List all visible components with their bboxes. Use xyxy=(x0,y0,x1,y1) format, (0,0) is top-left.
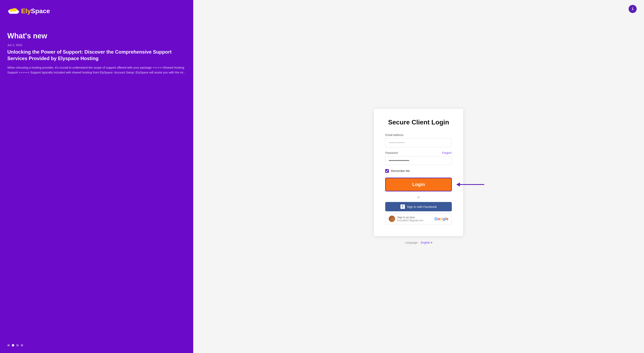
language-dropdown-icon[interactable]: ▾ xyxy=(431,241,432,244)
language-label: Language: xyxy=(405,241,418,244)
password-label-row: Password Forgot? xyxy=(385,151,452,154)
carousel-dot-2[interactable] xyxy=(12,344,14,346)
facebook-button-label: Sign in with Facebook xyxy=(407,205,437,208)
avatar xyxy=(389,216,395,222)
article-title: Unlocking the Power of Support: Discover… xyxy=(7,49,186,62)
right-panel: 1 Secure Client Login Email Address Pass… xyxy=(193,0,644,353)
whats-new-section: What's new Jun 2, 2023 Unlocking the Pow… xyxy=(7,32,186,338)
article-date: Jun 2, 2023 xyxy=(7,44,186,47)
google-btn-text: Sign in as lone lmusaib527@gmail.com xyxy=(397,216,423,222)
carousel-dot-1[interactable] xyxy=(7,344,10,346)
left-panel: ElySpace What's new Jun 2, 2023 Unlockin… xyxy=(0,0,193,353)
notification-badge[interactable]: 1 xyxy=(628,5,637,13)
whats-new-title: What's new xyxy=(7,32,186,40)
carousel-dots xyxy=(7,344,186,346)
svg-rect-6 xyxy=(10,10,16,11)
google-signin-button[interactable]: Sign in as lone lmusaib527@gmail.com Goo… xyxy=(385,213,452,224)
carousel-dot-3[interactable] xyxy=(16,344,19,346)
email-label: Email Address xyxy=(385,133,452,136)
facebook-icon: f xyxy=(400,204,405,209)
forgot-link[interactable]: Forgot? xyxy=(442,151,452,154)
remember-label: Remember Me xyxy=(391,169,410,172)
email-field-group: Email Address xyxy=(385,133,452,147)
password-label: Password xyxy=(385,151,398,154)
password-field-group: Password Forgot? xyxy=(385,151,452,165)
password-input[interactable] xyxy=(385,156,452,165)
logo-text: ElySpace xyxy=(21,7,50,15)
article-excerpt: When choosing a hosting provider, it's c… xyxy=(7,65,186,75)
language-selector[interactable]: English xyxy=(421,241,430,244)
google-btn-inner: Sign in as lone lmusaib527@gmail.com xyxy=(389,216,423,222)
logo-area: ElySpace xyxy=(7,6,186,16)
login-button[interactable]: Login xyxy=(385,178,452,192)
login-button-wrapper: Login xyxy=(385,178,452,192)
remember-row: Remember Me xyxy=(385,169,452,173)
google-sign-in-email: lmusaib527@gmail.com xyxy=(397,219,423,222)
login-card: Secure Client Login Email Address Passwo… xyxy=(374,109,463,236)
carousel-dot-4[interactable] xyxy=(21,344,23,346)
login-title: Secure Client Login xyxy=(385,118,452,126)
arrow-line xyxy=(460,184,484,185)
email-input[interactable] xyxy=(385,138,452,147)
or-divider: or xyxy=(385,196,452,199)
google-sign-in-label: Sign in as lone xyxy=(397,216,414,219)
google-logo-icon: Google xyxy=(434,216,448,221)
svg-rect-3 xyxy=(9,12,18,14)
facebook-signin-button[interactable]: f Sign in with Facebook xyxy=(385,202,452,211)
language-bar: Language: English ▾ xyxy=(405,241,432,244)
arrow-indicator xyxy=(456,182,484,186)
avatar-image xyxy=(389,216,395,222)
logo-icon xyxy=(7,6,20,16)
arrow-head xyxy=(456,182,460,186)
remember-checkbox[interactable] xyxy=(385,169,389,173)
